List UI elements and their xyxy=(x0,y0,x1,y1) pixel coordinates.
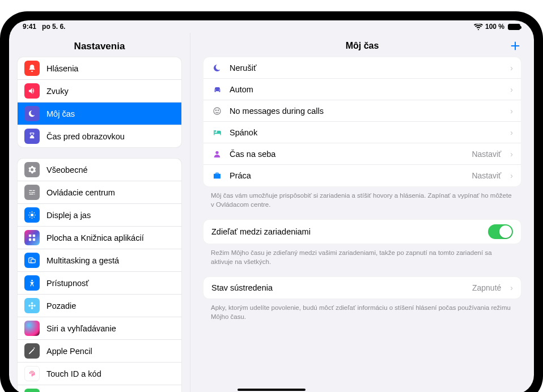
sidebar: Nastavenia Hlásenia xyxy=(9,33,190,392)
focus-footer-text: Môj čas vám umožňuje prispôsobiť si zari… xyxy=(203,187,521,219)
grid-icon xyxy=(24,230,40,245)
svg-point-8 xyxy=(31,305,33,307)
sidebar-item-wallpaper[interactable]: Pozadie xyxy=(18,295,181,317)
pencil-icon xyxy=(24,343,40,359)
sidebar-item-label: Apple Pencil xyxy=(46,347,175,356)
focus-row-label: Nerušiť xyxy=(230,63,501,73)
focus-row-work[interactable]: Práca Nastaviť › xyxy=(203,165,521,186)
focus-status-row[interactable]: Stav sústredenia Zapnuté › xyxy=(203,277,521,299)
focus-row-car[interactable]: Autom › xyxy=(203,79,521,100)
sidebar-item-sounds[interactable]: Zvuky xyxy=(18,80,181,103)
battery-icon xyxy=(507,24,520,30)
person-icon xyxy=(24,275,40,291)
focus-row-label: Autom xyxy=(230,85,501,94)
sidebar-item-pencil[interactable]: Apple Pencil xyxy=(18,340,181,363)
status-group: Stav sústredenia Zapnuté › xyxy=(203,276,521,299)
focus-row-trail: Nastaviť xyxy=(472,171,501,180)
sidebar-item-label: Zvuky xyxy=(46,87,175,96)
chevron-right-icon: › xyxy=(508,85,513,94)
hourglass-icon xyxy=(24,129,40,144)
chevron-right-icon: › xyxy=(508,128,513,137)
sidebar-title: Nastavenia xyxy=(9,33,190,57)
wifi-icon xyxy=(474,24,483,30)
status-left: 9:41 po 5. 6. xyxy=(23,23,474,31)
status-footer-text: Apky, ktorým udelíte povolenie, budú môc… xyxy=(203,299,521,331)
sliders-icon xyxy=(24,185,40,200)
sun-icon xyxy=(24,207,40,223)
siri-icon xyxy=(24,321,40,336)
focus-modes-group: Nerušiť › Autom › xyxy=(203,57,521,187)
svg-point-19 xyxy=(215,151,218,154)
status-time: 9:41 xyxy=(23,23,36,31)
svg-point-18 xyxy=(218,110,218,110)
status-date: po 5. 6. xyxy=(42,23,65,31)
sidebar-item-label: Multitasking a gestá xyxy=(46,256,175,265)
svg-rect-3 xyxy=(29,238,31,241)
sidebar-item-battery[interactable]: Batéria xyxy=(18,385,181,392)
sidebar-item-accessibility[interactable]: Prístupnosť xyxy=(18,272,181,295)
focus-row-label: Práca xyxy=(230,171,465,180)
sidebar-item-home-library[interactable]: Plocha a Knižnica aplikácií xyxy=(18,227,181,249)
home-indicator xyxy=(237,389,306,391)
focus-row-sleep[interactable]: Spánok › xyxy=(203,122,521,143)
fingerprint-icon xyxy=(24,366,40,381)
sidebar-item-label: Pozadie xyxy=(46,301,175,310)
add-focus-button[interactable] xyxy=(509,40,521,54)
device-frame: 9:41 po 5. 6. 100 % Nastavenia xyxy=(0,11,543,392)
sidebar-item-label: Hlásenia xyxy=(46,64,175,73)
sidebar-item-focus[interactable]: Môj čas xyxy=(18,103,181,125)
bell-icon xyxy=(24,61,40,76)
share-devices-label: Zdieľať medzi zariadeniami xyxy=(211,227,481,236)
sidebar-item-label: Čas pred obrazovkou xyxy=(46,132,175,141)
sidebar-scroll[interactable]: Hlásenia Zvuky Môj čas xyxy=(9,57,190,392)
sidebar-item-label: Displej a jas xyxy=(46,211,175,220)
main-scroll[interactable]: Nerušiť › Autom › xyxy=(190,57,534,392)
status-right: 100 % xyxy=(474,23,520,31)
sidebar-item-display[interactable]: Displej a jas xyxy=(18,204,181,227)
focus-row-label: Čas na seba xyxy=(230,150,465,159)
share-group: Zdieľať medzi zariadeniami xyxy=(203,219,521,244)
share-devices-row[interactable]: Zdieľať medzi zariadeniami xyxy=(203,220,521,244)
share-devices-toggle[interactable] xyxy=(488,224,513,239)
sidebar-item-general[interactable]: Všeobecné xyxy=(18,159,181,181)
sidebar-item-siri[interactable]: Siri a vyhľadávanie xyxy=(18,317,181,340)
svg-point-9 xyxy=(31,302,33,304)
sidebar-item-label: Ovládacie centrum xyxy=(46,188,175,197)
battery-row-icon xyxy=(24,389,40,392)
sidebar-group-2: Všeobecné Ovládacie centrum xyxy=(17,158,182,392)
moon-icon xyxy=(24,106,40,121)
svg-rect-4 xyxy=(33,238,35,241)
focus-row-nomsg[interactable]: No messages during calls › xyxy=(203,100,521,122)
focus-row-label: Spánok xyxy=(230,128,501,137)
plus-icon xyxy=(509,40,521,52)
briefcase-icon xyxy=(211,171,223,180)
sidebar-item-control-center[interactable]: Ovládacie centrum xyxy=(18,181,181,204)
sidebar-item-multitasking[interactable]: Multitasking a gestá xyxy=(18,249,181,272)
sidebar-item-screentime[interactable]: Čas pred obrazovkou xyxy=(18,125,181,147)
svg-point-12 xyxy=(33,305,36,307)
share-footer-text: Režim Môjho času je zdieľaný medzi vašim… xyxy=(203,244,521,276)
focus-status-trail: Zapnuté xyxy=(472,283,501,292)
sidebar-item-label: Touch ID a kód xyxy=(46,369,175,378)
chevron-right-icon: › xyxy=(508,283,513,292)
focus-row-label: No messages during calls xyxy=(230,106,501,116)
chevron-right-icon: › xyxy=(508,106,513,116)
focus-row-personal[interactable]: Čas na seba Nastaviť › xyxy=(203,143,521,165)
chevron-right-icon: › xyxy=(508,150,513,159)
bed-icon xyxy=(211,127,223,137)
focus-row-trail: Nastaviť xyxy=(472,150,501,159)
sidebar-group-1: Hlásenia Zvuky Môj čas xyxy=(17,57,182,148)
sidebar-item-notifications[interactable]: Hlásenia xyxy=(18,57,181,80)
focus-row-dnd[interactable]: Nerušiť › xyxy=(203,57,521,79)
page-title: Môj čas xyxy=(346,41,379,51)
sidebar-item-touchid[interactable]: Touch ID a kód xyxy=(18,363,181,385)
chevron-right-icon: › xyxy=(508,171,513,180)
main-header: Môj čas xyxy=(190,33,534,57)
rects-icon xyxy=(24,253,40,268)
content: Nastavenia Hlásenia xyxy=(9,33,534,392)
chevron-right-icon: › xyxy=(508,63,513,73)
svg-point-10 xyxy=(31,307,33,309)
svg-point-0 xyxy=(31,214,33,216)
svg-rect-1 xyxy=(29,235,31,237)
svg-rect-6 xyxy=(31,259,36,263)
